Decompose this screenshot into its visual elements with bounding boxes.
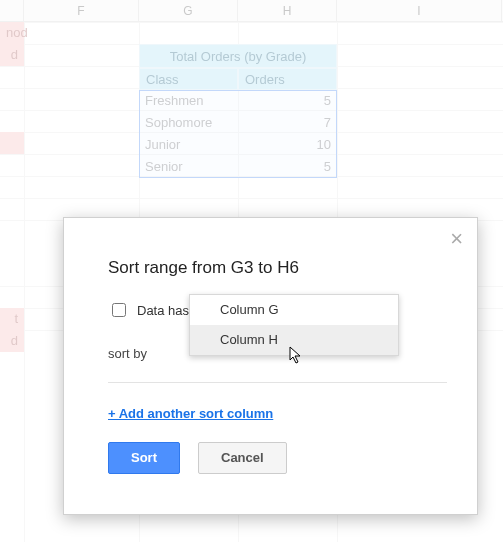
dropdown-option-h[interactable]: Column H <box>190 325 398 355</box>
sort-button[interactable]: Sort <box>108 442 180 474</box>
sort-dialog: × Sort range from G3 to H6 Data has sort… <box>63 217 478 515</box>
cell-partial-3[interactable]: t <box>0 308 24 330</box>
close-icon[interactable]: × <box>450 228 463 250</box>
header-class[interactable]: Class <box>139 68 238 90</box>
sort-by-label: sort by <box>108 346 147 361</box>
column-dropdown: Column G Column H <box>189 294 399 356</box>
cell-partial-1[interactable]: nod <box>0 22 24 44</box>
col-header-g[interactable]: G <box>139 0 238 21</box>
dialog-title: Sort range from G3 to H6 <box>108 258 299 278</box>
column-headers: F G H I <box>0 0 503 22</box>
table-title[interactable]: Total Orders (by Grade) <box>139 44 337 68</box>
col-header-i[interactable]: I <box>337 0 502 21</box>
divider <box>108 382 447 383</box>
dropdown-option-g[interactable]: Column G <box>190 295 398 325</box>
cancel-button[interactable]: Cancel <box>198 442 287 474</box>
data-has-header-row[interactable]: Data has <box>108 300 189 320</box>
selection <box>139 90 337 178</box>
cell-partial-2[interactable]: d <box>0 44 24 66</box>
header-checkbox[interactable] <box>112 303 126 317</box>
col-header-f[interactable]: F <box>24 0 139 21</box>
cell-partial-4[interactable]: d <box>0 330 24 352</box>
header-orders[interactable]: Orders <box>238 68 337 90</box>
add-sort-column-link[interactable]: + Add another sort column <box>108 406 273 421</box>
col-header-h[interactable]: H <box>238 0 337 21</box>
checkbox-label: Data has <box>137 303 189 318</box>
